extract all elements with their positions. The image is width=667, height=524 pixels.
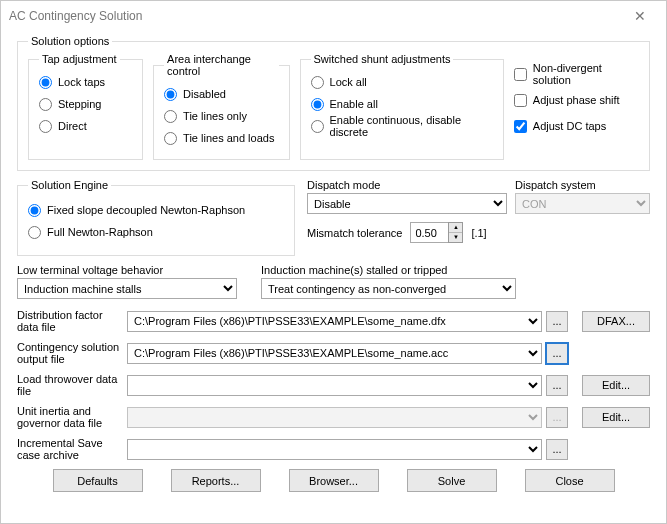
nondivergent-check[interactable]: Non-divergent solution [514, 65, 639, 83]
tap-stepping-option[interactable]: Stepping [39, 95, 132, 113]
spinner-buttons[interactable]: ▲▼ [448, 222, 463, 243]
solve-button[interactable]: Solve [407, 469, 497, 492]
shunt-adjust-group: Switched shunt adjustments Lock all Enab… [300, 53, 504, 160]
check-label: Non-divergent solution [533, 62, 639, 86]
shunt-continuous-option[interactable]: Enable continuous, disable discrete [311, 117, 493, 135]
nondivergent-checkbox[interactable] [514, 68, 527, 81]
throw-edit-button[interactable]: Edit... [582, 375, 650, 396]
dfx-label: Distribution factor data file [17, 309, 127, 333]
radio-label: Lock taps [58, 76, 105, 88]
incr-label: Incremental Save case archive [17, 437, 127, 461]
dispatch-mode-select[interactable]: Disable [307, 193, 507, 214]
tap-direct-option[interactable]: Direct [39, 117, 132, 135]
throw-path-select[interactable] [127, 375, 542, 396]
radio-label: Disabled [183, 88, 226, 100]
mismatch-label: Mismatch tolerance [307, 227, 402, 239]
area-legend: Area interchange control [164, 53, 278, 77]
acc-browse-button[interactable]: ... [546, 343, 568, 364]
inertia-browse-button: ... [546, 407, 568, 428]
shunt-legend: Switched shunt adjustments [311, 53, 454, 65]
tap-stepping-radio[interactable] [39, 98, 52, 111]
tap-legend: Tap adjustment [39, 53, 120, 65]
radio-label: Fixed slope decoupled Newton-Raphson [47, 204, 245, 216]
bottom-buttons: Defaults Reports... Browser... Solve Clo… [17, 469, 650, 492]
area-tie-only-option[interactable]: Tie lines only [164, 107, 278, 125]
shunt-enable-all-radio[interactable] [311, 98, 324, 111]
throw-label: Load throwover data file [17, 373, 127, 397]
incr-path-select[interactable] [127, 439, 542, 460]
area-tie-loads-option[interactable]: Tie lines and loads [164, 129, 278, 147]
dispatch-system-label: Dispatch system [515, 179, 650, 191]
reports-button[interactable]: Reports... [171, 469, 261, 492]
browser-button[interactable]: Browser... [289, 469, 379, 492]
radio-label: Stepping [58, 98, 101, 110]
tap-adjustment-group: Tap adjustment Lock taps Stepping Direct [28, 53, 143, 160]
area-disabled-radio[interactable] [164, 88, 177, 101]
low-volt-select[interactable]: Induction machine stalls [17, 278, 237, 299]
phase-shift-checkbox[interactable] [514, 94, 527, 107]
spin-up-icon[interactable]: ▲ [449, 223, 462, 233]
area-tie-loads-radio[interactable] [164, 132, 177, 145]
mismatch-suffix: [.1] [471, 227, 486, 239]
low-volt-label: Low terminal voltage behavior [17, 264, 237, 276]
dc-taps-checkbox[interactable] [514, 120, 527, 133]
stalled-label: Induction machine(s) stalled or tripped [261, 264, 516, 276]
mismatch-input[interactable] [410, 222, 448, 243]
inertia-label: Unit inertia and governor data file [17, 405, 127, 429]
dfx-browse-button[interactable]: ... [546, 311, 568, 332]
engine-full-option[interactable]: Full Newton-Raphson [28, 223, 284, 241]
close-button[interactable]: Close [525, 469, 615, 492]
acc-path-select[interactable]: C:\Program Files (x86)\PTI\PSSE33\EXAMPL… [127, 343, 542, 364]
area-disabled-option[interactable]: Disabled [164, 85, 278, 103]
stalled-select[interactable]: Treat contingency as non-converged [261, 278, 516, 299]
close-icon[interactable]: ✕ [622, 8, 658, 24]
radio-label: Enable continuous, disable discrete [330, 114, 493, 138]
shunt-continuous-radio[interactable] [311, 120, 324, 133]
dispatch-system-select: CON [515, 193, 650, 214]
area-interchange-group: Area interchange control Disabled Tie li… [153, 53, 289, 160]
radio-label: Tie lines only [183, 110, 247, 122]
check-label: Adjust phase shift [533, 94, 620, 106]
tap-lock-option[interactable]: Lock taps [39, 73, 132, 91]
inertia-edit-button[interactable]: Edit... [582, 407, 650, 428]
inertia-path-select [127, 407, 542, 428]
tap-direct-radio[interactable] [39, 120, 52, 133]
tap-lock-radio[interactable] [39, 76, 52, 89]
dc-taps-check[interactable]: Adjust DC taps [514, 117, 639, 135]
mismatch-spinner[interactable]: ▲▼ [410, 222, 463, 243]
engine-full-radio[interactable] [28, 226, 41, 239]
shunt-lock-all-radio[interactable] [311, 76, 324, 89]
throw-browse-button[interactable]: ... [546, 375, 568, 396]
shunt-lock-all-option[interactable]: Lock all [311, 73, 493, 91]
solution-options-group: Solution options Tap adjustment Lock tap… [17, 35, 650, 171]
radio-label: Direct [58, 120, 87, 132]
engine-legend: Solution Engine [28, 179, 111, 191]
window-title: AC Contingency Solution [9, 9, 622, 23]
spin-down-icon[interactable]: ▼ [449, 233, 462, 242]
solution-engine-group: Solution Engine Fixed slope decoupled Ne… [17, 179, 295, 256]
incr-browse-button[interactable]: ... [546, 439, 568, 460]
shunt-enable-all-option[interactable]: Enable all [311, 95, 493, 113]
dfax-button[interactable]: DFAX... [582, 311, 650, 332]
area-tie-only-radio[interactable] [164, 110, 177, 123]
client-area: Solution options Tap adjustment Lock tap… [1, 31, 666, 523]
solution-options-legend: Solution options [28, 35, 112, 47]
phase-shift-check[interactable]: Adjust phase shift [514, 91, 639, 109]
engine-fixed-radio[interactable] [28, 204, 41, 217]
dialog-window: AC Contingency Solution ✕ Solution optio… [0, 0, 667, 524]
dfx-path-select[interactable]: C:\Program Files (x86)\PTI\PSSE33\EXAMPL… [127, 311, 542, 332]
defaults-button[interactable]: Defaults [53, 469, 143, 492]
titlebar: AC Contingency Solution ✕ [1, 1, 666, 31]
engine-fixed-option[interactable]: Fixed slope decoupled Newton-Raphson [28, 201, 284, 219]
radio-label: Enable all [330, 98, 378, 110]
acc-label: Contingency solution output file [17, 341, 127, 365]
dispatch-mode-label: Dispatch mode [307, 179, 507, 191]
radio-label: Tie lines and loads [183, 132, 274, 144]
check-label: Adjust DC taps [533, 120, 606, 132]
right-checks: Non-divergent solution Adjust phase shif… [514, 53, 639, 160]
radio-label: Full Newton-Raphson [47, 226, 153, 238]
radio-label: Lock all [330, 76, 367, 88]
